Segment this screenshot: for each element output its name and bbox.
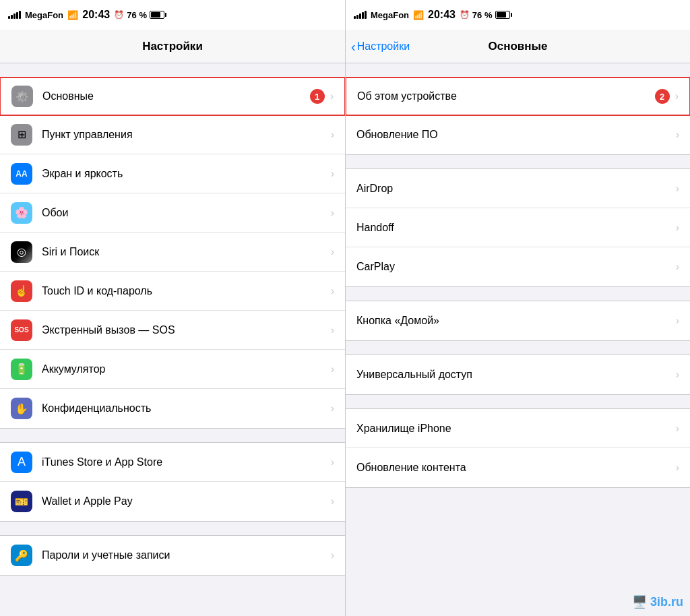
label-airdrop: AirDrop (356, 183, 676, 195)
chevron-ekran: › (331, 168, 334, 180)
nav-title-left: Настройки (142, 40, 203, 53)
section-group-main: ⚙️ Основные 1 › ⊞ Пункт управления › AA (0, 77, 345, 429)
row-wallet[interactable]: 🎫 Wallet и Apple Pay › (0, 482, 345, 521)
label-obnovlenie-po: Обновление ПО (356, 129, 676, 141)
battery-fill-right (497, 12, 506, 18)
chevron-obnovlenie-kontenta: › (676, 462, 679, 474)
signal-bars-right (354, 11, 367, 19)
label-oboi: Обои (42, 207, 331, 219)
row-ekran[interactable]: AA Экран и яркость › (0, 154, 345, 193)
row-punkt[interactable]: ⊞ Пункт управления › (0, 115, 345, 154)
watermark: 🖥️ 3ib.ru (632, 594, 683, 609)
label-akkum: Аккумулятор (42, 363, 331, 375)
chevron-osnovnye: › (330, 90, 334, 102)
label-touchid: Touch ID и код-пароль (42, 285, 331, 297)
section-group-stores: A iTunes Store и App Store › 🎫 Wallet и … (0, 442, 345, 522)
row-akkum[interactable]: 🔋 Аккумулятор › (0, 350, 345, 389)
row-konfid[interactable]: ✋ Конфиденциальность › (0, 389, 345, 428)
row-itunes[interactable]: A iTunes Store и App Store › (0, 443, 345, 482)
alarm-icon-left: ⏰ (114, 10, 124, 20)
status-half-right: MegaFon 📶 20:43 ⏰ 76 % (346, 0, 518, 30)
icon-sos: SOS (11, 319, 32, 341)
chevron-airdrop: › (676, 183, 679, 195)
label-obnovlenie-kontenta: Обновление контента (356, 462, 676, 474)
label-punkt: Пункт управления (42, 129, 331, 141)
time-right: 20:43 (428, 9, 456, 21)
icon-char-punkt: ⊞ (18, 128, 26, 141)
status-half-left: MegaFon 📶 20:43 ⏰ 76 % (0, 0, 172, 30)
row-sos[interactable]: SOS Экстренный вызов — SOS › (0, 311, 345, 350)
label-osnovnye: Основные (42, 90, 310, 102)
label-ob-ustroistve: Об этом устройстве (357, 90, 655, 102)
icon-char-konfid: ✋ (15, 402, 28, 415)
chevron-itunes: › (331, 456, 334, 468)
row-khranilishche[interactable]: Хранилище iPhone › (346, 409, 690, 448)
carrier-right: MegaFon (371, 10, 409, 20)
label-univ-dostup: Универсальный доступ (356, 369, 676, 381)
label-wallet: Wallet и Apple Pay (42, 495, 331, 507)
bar1r (354, 16, 356, 19)
section-group-r5: Хранилище iPhone › Обновление контента › (346, 408, 690, 488)
back-button[interactable]: ‹ Настройки (351, 40, 410, 53)
label-sos: Экстренный вызов — SOS (42, 324, 331, 336)
section-group-r2: AirDrop › Handoff › CarPlay › (346, 168, 690, 287)
settings-list-right[interactable]: Об этом устройстве 2 › Обновление ПО › A… (346, 63, 690, 616)
time-left: 20:43 (82, 9, 110, 21)
bar4r (362, 12, 364, 19)
chevron-wallet: › (331, 495, 334, 507)
row-univ-dostup[interactable]: Универсальный доступ › (346, 355, 690, 394)
row-airdrop[interactable]: AirDrop › (346, 169, 690, 208)
section-group-r1: Об этом устройстве 2 › Обновление ПО › (346, 77, 690, 155)
chevron-akkum: › (331, 363, 334, 375)
bar3r (359, 13, 361, 19)
wifi-icon-right: 📶 (413, 10, 424, 20)
label-carplay: CarPlay (356, 261, 676, 273)
icon-char-wallet: 🎫 (15, 495, 28, 508)
icon-akkum: 🔋 (11, 359, 32, 380)
row-paroli[interactable]: 🔑 Пароли и учетные записи › (0, 536, 345, 575)
row-carplay[interactable]: CarPlay › (346, 247, 690, 286)
row-knopka-domoi[interactable]: Кнопка «Домой» › (346, 301, 690, 340)
carrier-left: MegaFon (25, 10, 63, 20)
bar2r (356, 15, 358, 19)
row-osnovnye[interactable]: ⚙️ Основные 1 › (0, 77, 345, 116)
icon-touchid: ☝ (11, 280, 32, 302)
alarm-icon-right: ⏰ (460, 10, 470, 20)
row-oboi[interactable]: 🌸 Обои › (0, 193, 345, 233)
wifi-icon-left: 📶 (67, 10, 78, 20)
settings-list-left[interactable]: ⚙️ Основные 1 › ⊞ Пункт управления › AA (0, 63, 345, 616)
chevron-touchid: › (331, 285, 334, 297)
icon-paroli: 🔑 (11, 545, 32, 566)
status-left-info-right: MegaFon 📶 (354, 10, 424, 20)
icon-punkt: ⊞ (11, 124, 32, 146)
chevron-paroli: › (331, 549, 334, 561)
label-knopka-domoi: Кнопка «Домой» (356, 315, 676, 327)
chevron-punkt: › (331, 129, 334, 141)
row-touchid[interactable]: ☝ Touch ID и код-пароль › (0, 272, 345, 311)
row-obnovlenie-kontenta[interactable]: Обновление контента › (346, 448, 690, 487)
label-itunes: iTunes Store и App Store (42, 456, 331, 468)
section-group-r3: Кнопка «Домой» › (346, 301, 690, 341)
icon-char-itunes: A (18, 455, 26, 469)
chevron-univ-dostup: › (676, 369, 679, 381)
battery-icon-left (150, 11, 164, 19)
badge-ob-ustroistve: 2 (655, 89, 670, 104)
row-ob-ustroistve[interactable]: Об этом устройстве 2 › (346, 77, 690, 116)
back-label: Настройки (357, 40, 410, 53)
row-siri[interactable]: ◎ Siri и Поиск › (0, 233, 345, 272)
bar2 (11, 15, 13, 19)
section-group-passwords: 🔑 Пароли и учетные записи › (0, 535, 345, 576)
chevron-khranilishche: › (676, 423, 679, 435)
section-group-r4: Универсальный доступ › (346, 355, 690, 395)
label-konfid: Конфиденциальность (42, 402, 331, 414)
chevron-siri: › (331, 246, 334, 258)
nav-bar-left: Настройки (0, 30, 345, 63)
battery-fill-left (151, 12, 160, 18)
icon-char-paroli: 🔑 (15, 549, 28, 562)
row-handoff[interactable]: Handoff › (346, 208, 690, 247)
row-obnovlenie-po[interactable]: Обновление ПО › (346, 115, 690, 154)
status-bar-right: MegaFon 📶 20:43 ⏰ 76 % (346, 0, 690, 30)
back-chevron: ‹ (351, 40, 356, 53)
icon-char-siri: ◎ (17, 245, 26, 258)
battery-pct-left: 76 % (127, 10, 147, 20)
